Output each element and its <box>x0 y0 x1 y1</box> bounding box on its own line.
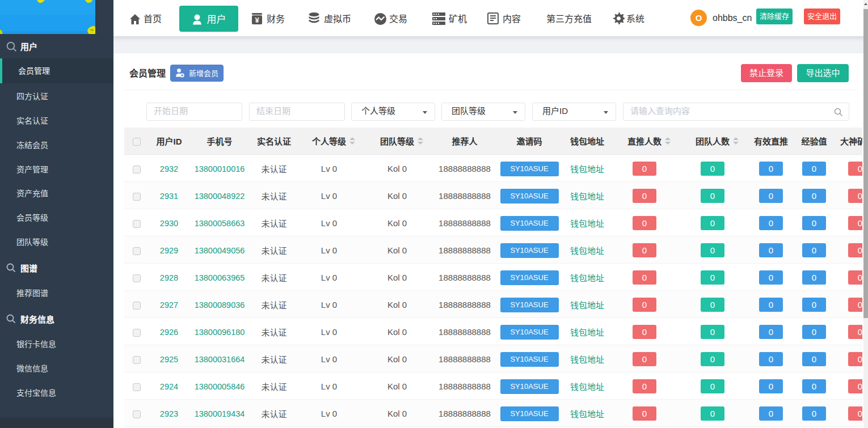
svg-text:¥: ¥ <box>255 16 259 24</box>
